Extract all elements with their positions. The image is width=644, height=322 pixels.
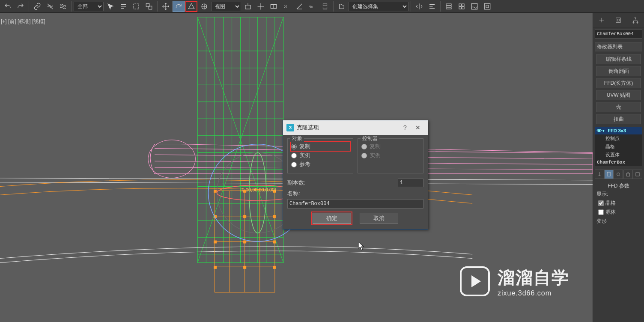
copy-radio[interactable]: 复制: [291, 143, 349, 150]
named-selection-edit-icon[interactable]: [336, 1, 348, 12]
dialog-titlebar[interactable]: 3 克隆选项 ? ✕: [283, 120, 428, 135]
svg-rect-16: [484, 3, 490, 9]
controller-group: 控制器 复制 实例: [358, 138, 423, 173]
create-tab-icon[interactable]: [596, 14, 608, 26]
svg-rect-12: [462, 4, 464, 6]
ffd-params-rollout[interactable]: — FFD 参数 —: [593, 182, 644, 190]
select-by-name-button[interactable]: [117, 1, 129, 12]
dialog-title: 克隆选项: [297, 124, 399, 131]
stack-sub-lattice[interactable]: 晶格: [595, 143, 642, 151]
stack-item-ffd[interactable]: 👁▾ FFD 3x3: [595, 127, 642, 134]
mirror-button[interactable]: [413, 1, 425, 12]
separator: [71, 1, 72, 12]
svg-rect-17: [486, 5, 489, 8]
ok-button[interactable]: 确定: [313, 213, 351, 224]
lattice-checkbox[interactable]: 晶格: [598, 200, 639, 207]
svg-rect-10: [446, 8, 451, 9]
layer-explorer-button[interactable]: [443, 1, 455, 12]
undo-button[interactable]: [2, 1, 14, 12]
reference-radio[interactable]: 参考: [291, 161, 349, 168]
stack-item-base[interactable]: ChamferBox: [595, 159, 642, 166]
pin-stack-icon[interactable]: [595, 170, 604, 179]
svg-point-72: [249, 152, 266, 233]
window-crossing-button[interactable]: [143, 1, 155, 12]
instance-radio[interactable]: 实例: [291, 152, 349, 159]
svg-rect-58: [214, 190, 216, 192]
deform-label: 变形: [596, 218, 641, 225]
unlink-button[interactable]: [44, 1, 56, 12]
help-button[interactable]: ?: [399, 124, 411, 131]
svg-rect-60: [273, 190, 276, 192]
edit-spline-button[interactable]: 编辑样条线: [596, 54, 641, 64]
svg-rect-64: [214, 241, 216, 243]
ctrl-copy-radio: 复制: [361, 143, 420, 150]
viewport-label[interactable]: [+] [前] [标准] [线框]: [1, 18, 45, 25]
svg-rect-61: [214, 215, 216, 218]
copies-spinner[interactable]: [398, 179, 423, 187]
curve-editor-button[interactable]: [468, 1, 480, 12]
rect-select-button[interactable]: [130, 1, 142, 12]
move-button[interactable]: [160, 1, 172, 12]
separator: [157, 1, 158, 12]
svg-rect-74: [616, 18, 621, 22]
manipulator-button[interactable]: [255, 1, 267, 12]
named-selection-dropdown[interactable]: 创建选择集: [349, 2, 408, 11]
modify-tab-icon[interactable]: [612, 14, 624, 26]
svg-rect-79: [608, 172, 611, 176]
placement-button[interactable]: [198, 1, 210, 12]
modifier-list-dropdown[interactable]: 修改器列表: [595, 42, 642, 51]
source-volume-checkbox[interactable]: 源体: [598, 209, 639, 216]
name-input[interactable]: [287, 199, 423, 209]
svg-rect-4: [245, 5, 250, 9]
spinner-snap-button[interactable]: [319, 1, 331, 12]
svg-rect-62: [244, 215, 246, 218]
ctrl-instance-radio: 实例: [361, 152, 420, 159]
command-panel: 修改器列表 编辑样条线 倒角剖面 FFD(长方体) UVW 贴图 壳 扭曲 👁▾…: [593, 13, 644, 322]
hierarchy-tab-icon[interactable]: [629, 14, 641, 26]
svg-rect-9: [446, 6, 451, 7]
name-label: 名称:: [287, 190, 300, 197]
svg-point-44: [148, 140, 195, 178]
copies-field: 副本数:: [287, 179, 423, 187]
select-object-button[interactable]: [104, 1, 116, 12]
toggle-ribbon-button[interactable]: [456, 1, 468, 12]
close-button[interactable]: ✕: [411, 124, 424, 131]
svg-line-20: [197, 17, 283, 262]
shell-button[interactable]: 壳: [596, 102, 641, 112]
angle-snap-button[interactable]: [293, 1, 305, 12]
modifier-stack[interactable]: 👁▾ FFD 3x3 控制点 晶格 设置体 ChamferBox: [595, 127, 642, 166]
svg-rect-14: [462, 6, 464, 9]
svg-rect-68: [244, 266, 246, 268]
remove-modifier-icon[interactable]: [623, 170, 633, 179]
scale-button[interactable]: [185, 1, 197, 12]
show-end-result-icon[interactable]: [604, 170, 614, 179]
configure-sets-icon[interactable]: [633, 170, 642, 179]
twist-button[interactable]: 扭曲: [596, 114, 641, 124]
stack-sub-set-volume[interactable]: 设置体: [595, 151, 642, 159]
bind-spacewarp-button[interactable]: [57, 1, 69, 12]
separator: [440, 1, 441, 12]
copies-label: 副本数:: [287, 179, 306, 187]
cancel-button[interactable]: 取消: [360, 213, 398, 224]
stack-toolbar: [595, 169, 642, 180]
keyboard-shortcut-override-button[interactable]: [268, 1, 280, 12]
ffd-box-button[interactable]: FFD(长方体): [596, 78, 641, 88]
uvw-map-button[interactable]: UVW 贴图: [596, 90, 641, 100]
selection-filter-dropdown[interactable]: 全部: [74, 2, 104, 11]
link-button[interactable]: [31, 1, 43, 12]
snap-toggle-button[interactable]: 3: [280, 1, 292, 12]
bevel-profile-button[interactable]: 倒角剖面: [596, 66, 641, 76]
percent-snap-button[interactable]: %: [306, 1, 318, 12]
svg-line-19: [197, 17, 283, 262]
use-pivot-center-button[interactable]: [242, 1, 254, 12]
align-button[interactable]: [426, 1, 438, 12]
stack-sub-control-points[interactable]: 控制点: [595, 134, 642, 143]
ref-coord-dropdown[interactable]: 视图: [211, 2, 241, 11]
make-unique-icon[interactable]: [614, 170, 623, 179]
object-name-field[interactable]: [595, 29, 642, 39]
schematic-view-button[interactable]: [481, 1, 493, 12]
rotate-button[interactable]: [173, 1, 185, 12]
controller-legend: 控制器: [361, 135, 379, 142]
redo-button[interactable]: [15, 1, 27, 12]
transform-readout: [0.00,90.00,0.00]: [241, 187, 276, 192]
